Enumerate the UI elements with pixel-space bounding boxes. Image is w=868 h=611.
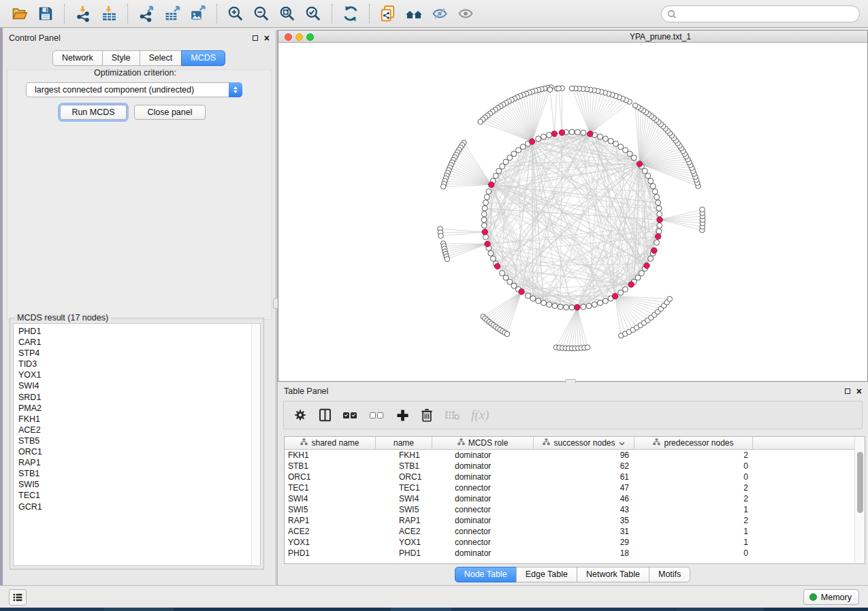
toolbar-separator	[127, 4, 128, 23]
list-item[interactable]: ORC1	[18, 446, 260, 457]
table-scrollbar[interactable]	[854, 437, 865, 563]
zoom-out-icon[interactable]	[248, 3, 274, 24]
table-row[interactable]: FKH1FKH1dominator962	[285, 450, 865, 461]
table-row[interactable]: ORC1ORC1dominator610	[285, 472, 865, 482]
open-file-icon[interactable]	[7, 3, 33, 24]
delete-columns-icon[interactable]	[421, 408, 433, 422]
list-item[interactable]: STB5	[18, 435, 260, 446]
table-row[interactable]: SWI5SWI5connector431	[285, 504, 865, 515]
sort-indicator-icon	[619, 438, 625, 448]
close-window-icon[interactable]	[285, 33, 292, 41]
list-item[interactable]: SWI5	[18, 479, 260, 490]
column-header-successor-nodes[interactable]: successor nodes	[534, 437, 634, 449]
run-mcds-button[interactable]: Run MCDS	[60, 105, 127, 120]
criterion-dropdown[interactable]: largest connected component (undirected)	[26, 82, 242, 97]
toolbar-separator	[216, 4, 217, 23]
tab-motifs[interactable]: Motifs	[649, 567, 690, 582]
deselect-all-icon[interactable]	[370, 412, 385, 418]
select-all-icon[interactable]	[343, 412, 358, 418]
column-header-shared-name[interactable]: shared name	[285, 437, 376, 449]
control-panel: Control Panel × NetworkStyleSelectMCDS O…	[3, 30, 276, 585]
list-item[interactable]: PHD1	[18, 326, 260, 337]
close-panel-icon[interactable]: ×	[264, 35, 270, 42]
close-table-panel-icon[interactable]: ×	[856, 388, 862, 395]
list-item[interactable]: FKH1	[18, 414, 260, 425]
tab-select[interactable]: Select	[140, 50, 182, 66]
export-network-icon[interactable]	[133, 3, 159, 24]
control-panel-title: Control Panel	[9, 33, 61, 43]
criterion-value: largest connected component (undirected)	[35, 85, 194, 95]
function-builder-icon: f(x)	[471, 408, 489, 423]
table-row[interactable]: PHD1PHD1dominator180	[285, 548, 865, 559]
column-header-name[interactable]: name	[376, 437, 432, 449]
duplicate-network-icon[interactable]	[375, 3, 401, 24]
node-table: shared namenameMCDS rolesuccessor nodesp…	[284, 436, 865, 564]
optimization-criterion-label: Optimization criterion:	[3, 68, 268, 78]
list-item[interactable]: CAR1	[18, 337, 260, 348]
table-header-row: shared namenameMCDS rolesuccessor nodesp…	[285, 437, 865, 450]
table-settings-icon[interactable]	[293, 408, 307, 422]
export-table-icon[interactable]	[159, 3, 185, 24]
first-neighbors-icon[interactable]	[401, 3, 427, 24]
search-input[interactable]	[680, 10, 854, 19]
tab-edge-table[interactable]: Edge Table	[516, 567, 577, 582]
column-header-predecessor-nodes[interactable]: predecessor nodes	[634, 437, 753, 449]
tab-style[interactable]: Style	[102, 50, 140, 66]
toolbar-separator	[369, 4, 370, 23]
column-type-icon	[543, 438, 550, 448]
table-row[interactable]: SWI4SWI4dominator462	[285, 493, 865, 504]
table-row[interactable]: RAP1RAP1dominator352	[285, 515, 865, 526]
column-header-MCDS-role[interactable]: MCDS role	[432, 437, 534, 449]
table-row[interactable]: ACE2ACE2connector311	[285, 526, 865, 537]
table-scrollbar-thumb[interactable]	[857, 452, 863, 513]
list-item[interactable]: RAP1	[18, 457, 260, 468]
list-item[interactable]: YOX1	[18, 369, 260, 380]
zoom-selected-icon[interactable]	[300, 3, 326, 24]
maximize-window-icon[interactable]	[306, 33, 314, 41]
save-icon[interactable]	[33, 3, 59, 24]
minimize-window-icon[interactable]	[295, 33, 303, 41]
table-row[interactable]: TEC1TEC1connector472	[285, 482, 865, 493]
tab-network[interactable]: Network	[52, 50, 103, 66]
import-table-icon[interactable]	[96, 3, 122, 24]
mcds-result-title: MCDS result (17 nodes)	[14, 313, 111, 323]
table-row[interactable]: YOX1YOX1connector291	[285, 537, 865, 548]
network-graph[interactable]	[278, 43, 867, 381]
list-item[interactable]: TEC1	[18, 490, 260, 501]
add-column-icon[interactable]	[396, 409, 409, 422]
hide-selected-icon[interactable]	[427, 3, 453, 24]
memory-button[interactable]: Memory	[803, 589, 859, 605]
show-all-icon[interactable]	[453, 3, 479, 24]
table-body: FKH1FKH1dominator962STB1STB1dominator620…	[285, 450, 865, 559]
task-history-button[interactable]	[9, 589, 27, 606]
list-item[interactable]: GCR1	[18, 501, 260, 512]
export-image-icon[interactable]	[185, 3, 211, 24]
split-panel-icon[interactable]	[319, 408, 332, 422]
list-item[interactable]: STB1	[18, 468, 260, 479]
float-panel-icon[interactable]	[253, 35, 258, 41]
tab-network-table[interactable]: Network Table	[577, 567, 649, 582]
table-row[interactable]: STB1STB1dominator620	[285, 461, 865, 472]
column-type-icon	[653, 438, 660, 448]
float-table-panel-icon[interactable]	[845, 389, 850, 394]
zoom-in-icon[interactable]	[223, 3, 248, 24]
result-scrollbar[interactable]	[251, 324, 260, 565]
list-item[interactable]: STP4	[18, 348, 260, 359]
network-titlebar[interactable]: YPA_prune.txt_1	[278, 31, 867, 43]
list-item[interactable]: ACE2	[18, 425, 260, 435]
memory-status-icon	[809, 593, 817, 601]
import-network-icon[interactable]	[70, 3, 96, 24]
list-item[interactable]: TID3	[18, 359, 260, 369]
delete-table-icon	[445, 410, 460, 420]
list-item[interactable]: SRD1	[18, 392, 260, 403]
refresh-icon[interactable]	[338, 3, 364, 24]
network-canvas[interactable]	[278, 43, 867, 381]
zoom-fit-icon[interactable]	[274, 3, 300, 24]
tab-node-table[interactable]: Node Table	[455, 567, 517, 582]
list-item[interactable]: PMA2	[18, 403, 260, 414]
close-panel-button[interactable]: Close panel	[134, 105, 206, 120]
search-box[interactable]	[661, 5, 860, 22]
tab-mcds[interactable]: MCDS	[181, 50, 225, 66]
list-item[interactable]: SWI4	[18, 380, 260, 391]
status-bar: Memory	[0, 585, 868, 608]
